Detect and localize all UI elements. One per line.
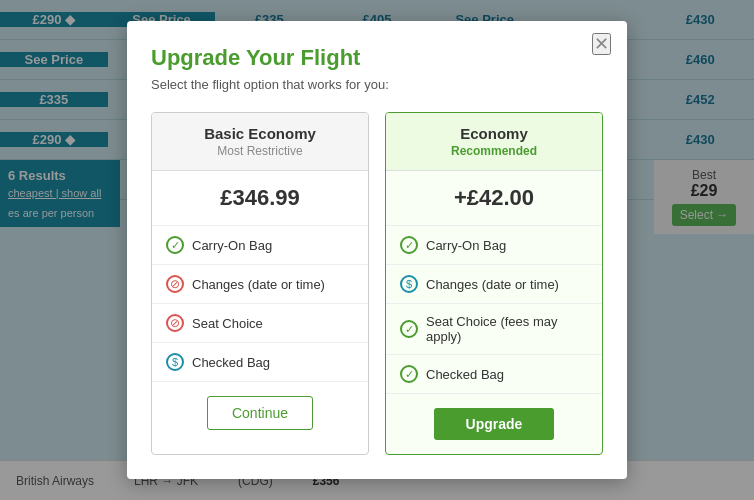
- check-icon: ✓: [400, 236, 418, 254]
- continue-button[interactable]: Continue: [207, 396, 313, 430]
- economy-price: +£42.00: [386, 171, 602, 226]
- dollar-icon: $: [400, 275, 418, 293]
- block-icon: ⊘: [166, 275, 184, 293]
- check-icon: ✓: [400, 365, 418, 383]
- economy-subtitle: Recommended: [394, 144, 594, 158]
- close-button[interactable]: ✕: [592, 33, 611, 55]
- feature-label: Checked Bag: [192, 355, 270, 370]
- economy-card: Economy Recommended +£42.00 ✓ Carry-On B…: [385, 112, 603, 455]
- basic-economy-footer: Continue: [152, 381, 368, 444]
- modal-subtitle: Select the flight option that works for …: [151, 77, 603, 92]
- basic-economy-card: Basic Economy Most Restrictive £346.99 ✓…: [151, 112, 369, 455]
- economy-feature-carryon: ✓ Carry-On Bag: [386, 226, 602, 265]
- feature-label: Carry-On Bag: [192, 238, 272, 253]
- block-icon: ⊘: [166, 314, 184, 332]
- upgrade-modal: ✕ Upgrade Your Flight Select the flight …: [127, 21, 627, 479]
- fare-cards-container: Basic Economy Most Restrictive £346.99 ✓…: [151, 112, 603, 455]
- modal-title: Upgrade Your Flight: [151, 45, 603, 71]
- basic-economy-price: £346.99: [152, 171, 368, 226]
- check-icon: ✓: [400, 320, 418, 338]
- economy-header: Economy Recommended: [386, 113, 602, 171]
- feature-label: Checked Bag: [426, 367, 504, 382]
- economy-feature-changes: $ Changes (date or time): [386, 265, 602, 304]
- feature-label: Seat Choice: [192, 316, 263, 331]
- basic-economy-features: ✓ Carry-On Bag ⊘ Changes (date or time) …: [152, 226, 368, 381]
- basic-economy-title: Basic Economy: [160, 125, 360, 142]
- basic-economy-subtitle: Most Restrictive: [160, 144, 360, 158]
- economy-footer: Upgrade: [386, 393, 602, 454]
- dollar-icon: $: [166, 353, 184, 371]
- basic-economy-feature-checked-bag: $ Checked Bag: [152, 343, 368, 381]
- economy-title: Economy: [394, 125, 594, 142]
- basic-economy-feature-changes: ⊘ Changes (date or time): [152, 265, 368, 304]
- economy-features: ✓ Carry-On Bag $ Changes (date or time) …: [386, 226, 602, 393]
- basic-economy-feature-seat: ⊘ Seat Choice: [152, 304, 368, 343]
- economy-feature-checked-bag: ✓ Checked Bag: [386, 355, 602, 393]
- upgrade-button[interactable]: Upgrade: [434, 408, 555, 440]
- feature-label: Seat Choice (fees may apply): [426, 314, 588, 344]
- basic-economy-feature-carryon: ✓ Carry-On Bag: [152, 226, 368, 265]
- feature-label: Carry-On Bag: [426, 238, 506, 253]
- feature-label: Changes (date or time): [426, 277, 559, 292]
- feature-label: Changes (date or time): [192, 277, 325, 292]
- check-icon: ✓: [166, 236, 184, 254]
- economy-feature-seat: ✓ Seat Choice (fees may apply): [386, 304, 602, 355]
- basic-economy-header: Basic Economy Most Restrictive: [152, 113, 368, 171]
